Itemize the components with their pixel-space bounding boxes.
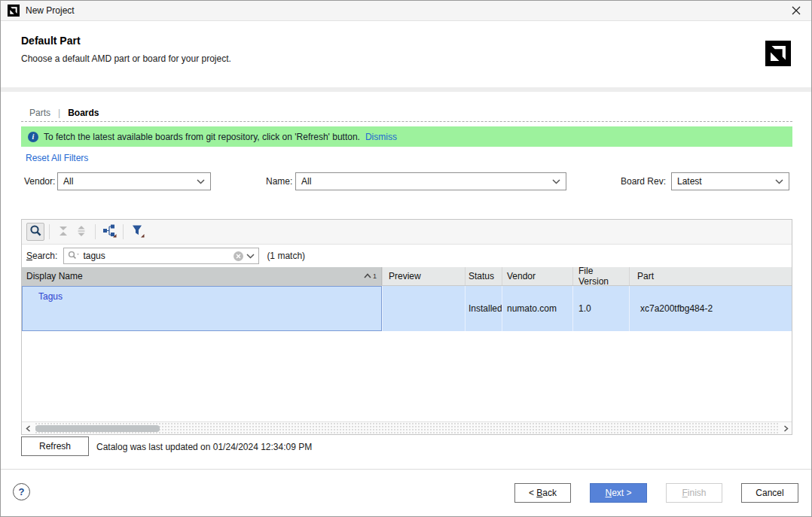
table-row[interactable]: Tagus Installed numato.com 1.0 xc7a200tf… xyxy=(22,286,792,331)
toolbar-separator xyxy=(95,224,96,239)
sort-ascending-icon xyxy=(363,271,372,281)
info-icon: i xyxy=(28,132,38,142)
title-bar: New Project xyxy=(1,1,811,21)
expand-all-icon xyxy=(75,225,87,239)
search-field-icon xyxy=(68,251,80,262)
help-button[interactable]: ? xyxy=(13,483,30,500)
scroll-right-icon[interactable] xyxy=(780,423,792,433)
toolbar-separator xyxy=(123,224,124,239)
expand-all-button[interactable] xyxy=(72,223,90,241)
filter-button[interactable] xyxy=(128,223,146,241)
table-header-row: Display Name 1 Preview Status Vendor Fil… xyxy=(22,267,792,286)
collapse-all-icon xyxy=(57,225,69,239)
header-divider xyxy=(1,87,811,92)
cell-preview xyxy=(382,286,465,331)
search-icon xyxy=(29,224,42,239)
filter-row: Vendor: All Name: All Board Rev: Latest xyxy=(1,172,811,190)
cell-file-version: 1.0 xyxy=(572,286,629,331)
dismiss-link[interactable]: Dismiss xyxy=(365,132,397,142)
tab-parts[interactable]: Parts xyxy=(29,108,50,118)
column-header-vendor[interactable]: Vendor xyxy=(502,267,572,285)
column-header-part[interactable]: Part xyxy=(629,267,792,285)
scroll-left-icon[interactable] xyxy=(22,423,34,433)
search-input[interactable] xyxy=(83,251,230,261)
chevron-down-icon xyxy=(552,176,560,187)
cell-part: xc7a200tfbg484-2 xyxy=(629,286,792,331)
cancel-button[interactable]: Cancel xyxy=(741,483,798,503)
catalog-status-text: Catalog was last updated on 01/24/2024 1… xyxy=(96,442,312,452)
column-header-status[interactable]: Status xyxy=(465,267,502,285)
table-empty-area xyxy=(22,331,792,421)
next-button[interactable]: Next > xyxy=(590,483,647,503)
chevron-down-icon xyxy=(775,176,783,187)
reset-all-filters-link[interactable]: Reset All Filters xyxy=(26,153,88,163)
boards-table-panel: Search: (1 match) Display Name 1 xyxy=(21,219,792,435)
match-count: (1 match) xyxy=(267,251,305,261)
search-row: Search: (1 match) xyxy=(22,245,792,267)
search-toggle-button[interactable] xyxy=(26,223,44,241)
back-button[interactable]: < Back xyxy=(514,483,571,503)
table-toolbar xyxy=(22,220,792,245)
search-label: Search: xyxy=(26,251,57,261)
new-project-dialog: New Project Default Part Choose a defaul… xyxy=(0,0,812,517)
finish-button[interactable]: Finish xyxy=(666,483,722,503)
close-icon[interactable] xyxy=(788,2,804,19)
board-rev-value: Latest xyxy=(677,176,771,187)
collapse-all-button[interactable] xyxy=(54,223,72,241)
column-header-file-version[interactable]: File Version xyxy=(572,267,629,285)
tab-bar: Parts | Boards xyxy=(21,104,792,122)
tab-boards[interactable]: Boards xyxy=(68,108,99,118)
name-label: Name: xyxy=(266,176,292,187)
name-value: All xyxy=(301,176,548,187)
cell-status: Installed xyxy=(465,286,502,331)
vendor-dropdown[interactable]: All xyxy=(57,172,211,190)
clear-search-icon[interactable] xyxy=(234,251,243,261)
search-combo[interactable] xyxy=(63,248,259,264)
cell-vendor: numato.com xyxy=(502,286,572,331)
banner-message: To fetch the latest available boards fro… xyxy=(44,132,360,142)
footer: ? < Back Next > Finish Cancel xyxy=(1,469,811,516)
cell-display-name[interactable]: Tagus xyxy=(22,286,382,331)
page-title: Default Part xyxy=(21,35,81,47)
board-rev-label: Board Rev: xyxy=(621,176,666,187)
board-rev-dropdown[interactable]: Latest xyxy=(671,172,789,190)
scrollbar-thumb[interactable] xyxy=(35,425,160,432)
group-by-button[interactable] xyxy=(100,223,118,241)
amd-app-icon xyxy=(8,5,20,17)
column-header-display-name[interactable]: Display Name 1 xyxy=(22,267,382,285)
window-title: New Project xyxy=(26,5,75,16)
vendor-label: Vendor: xyxy=(24,176,55,187)
group-by-icon xyxy=(102,224,117,240)
refresh-button[interactable]: Refresh xyxy=(21,436,89,456)
amd-logo xyxy=(765,41,791,66)
tab-separator: | xyxy=(58,108,60,118)
vendor-value: All xyxy=(63,176,192,187)
page-subtitle: Choose a default AMD part or board for y… xyxy=(21,53,231,64)
horizontal-scrollbar[interactable] xyxy=(22,421,792,434)
info-banner: i To fetch the latest available boards f… xyxy=(21,126,792,147)
toolbar-separator xyxy=(49,224,50,239)
scrollbar-track[interactable] xyxy=(34,423,780,433)
chevron-down-icon[interactable] xyxy=(246,251,255,261)
sort-priority: 1 xyxy=(373,272,377,280)
chevron-down-icon xyxy=(197,176,205,187)
filter-icon xyxy=(130,224,145,240)
column-header-preview[interactable]: Preview xyxy=(382,267,465,285)
wizard-header: Default Part Choose a default AMD part o… xyxy=(1,22,811,87)
name-dropdown[interactable]: All xyxy=(295,172,566,190)
